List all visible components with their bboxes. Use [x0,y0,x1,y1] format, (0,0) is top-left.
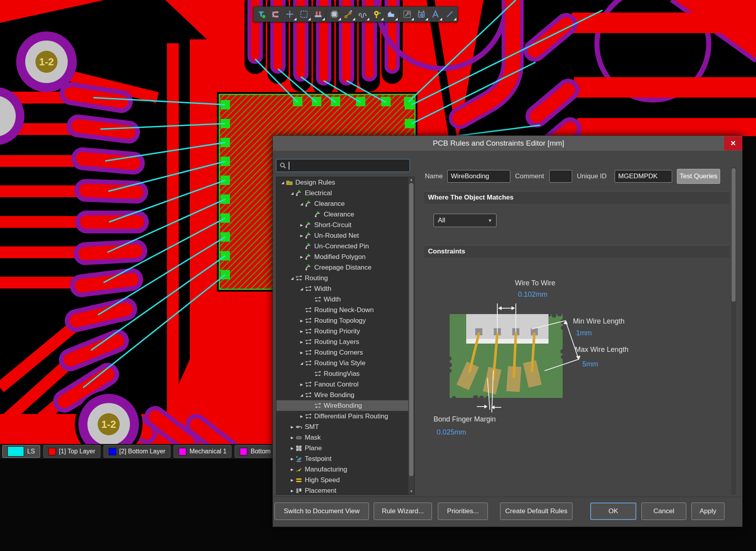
tree-item-modified-polygon[interactable]: ▶Modified Polygon [276,251,414,262]
ok-button[interactable]: OK [590,503,636,520]
layer-tab-bar: LS[1] Top Layer[2] Bottom LayerMechanica… [0,444,278,459]
expand-arrow-icon[interactable]: ▶ [298,223,305,227]
name-label: Name [425,172,443,180]
scroll-down-icon[interactable]: ▼ [408,489,414,494]
area-select-tool-button[interactable] [297,7,311,21]
expand-arrow-icon[interactable]: ▶ [298,255,305,259]
priorities-button[interactable]: Priorities... [438,503,488,520]
expand-arrow-icon[interactable]: ▶ [289,446,295,450]
dialog-titlebar[interactable]: PCB Rules and Constraints Editor [mm] × [273,136,742,151]
expand-arrow-icon[interactable]: ▶ [298,383,305,386]
collapse-arrow-icon[interactable]: ◢ [298,361,305,365]
collapse-arrow-icon[interactable]: ◢ [280,181,286,185]
tree-item-un-connected-pin[interactable]: Un-Connected Pin [276,241,414,251]
expand-arrow-icon[interactable]: ▶ [298,351,305,355]
line-tool-button[interactable] [443,7,457,21]
tree-item-routing-priority[interactable]: ▶Routing Priority [276,326,414,337]
tree-item-electrical[interactable]: ◢Electrical [276,188,414,198]
tree-item-routing-via-style[interactable]: ◢Routing Via Style [276,358,414,368]
collapse-arrow-icon[interactable]: ◢ [298,393,305,397]
tree-item-clearance[interactable]: ◢Clearance [276,198,414,209]
test-queries-button[interactable]: Test Queries [677,169,720,184]
tree-item-testpoint[interactable]: ▶Testpoint [276,453,414,464]
tree-item-label: Un-Routed Net [314,232,359,240]
tree-item-routing-corners[interactable]: ▶Routing Corners [276,347,414,358]
expand-arrow-icon[interactable]: ▶ [289,468,295,471]
tree-item-routing-layers[interactable]: ▶Routing Layers [276,337,414,347]
tree-item-width[interactable]: ◢Width [276,283,414,294]
collapse-arrow-icon[interactable]: ◢ [298,202,305,206]
scroll-up-icon[interactable]: ▲ [408,177,414,183]
expand-arrow-icon[interactable]: ▶ [289,489,295,493]
routing-icon [314,402,322,409]
layer-tab-1-top-layer[interactable]: [1] Top Layer [43,445,100,458]
meander-tune-tool-button[interactable] [356,7,370,21]
tree-item-manufacturing[interactable]: ▶Manufacturing [276,464,414,475]
measure-tool-button[interactable] [414,7,428,21]
create-default-rules-button[interactable]: Create Default Rules [500,503,573,520]
layer-tab-ls[interactable]: LS [2,445,40,458]
comment-input[interactable] [549,170,572,183]
expand-arrow-icon[interactable]: ▶ [298,329,305,333]
tree-item-high-speed[interactable]: ▶High Speed [276,475,414,485]
cancel-button[interactable]: Cancel [641,503,686,520]
crosshair-tool-button[interactable] [283,7,297,21]
tree-item-placement[interactable]: ▶Placement [276,485,414,495]
tree-item-un-routed-net[interactable]: ▶Un-Routed Net [276,230,414,241]
unique-id-input[interactable] [615,170,672,183]
expand-arrow-icon[interactable]: ▶ [298,319,305,323]
wrench-tool-button[interactable] [400,7,414,21]
tree-item-short-circuit[interactable]: ▶Short-Circuit [276,220,414,230]
component-tool-button[interactable] [327,7,341,21]
tree-item-routing[interactable]: ◢Routing [276,273,414,283]
routing-icon [305,349,313,356]
manufacturing-icon [295,466,303,473]
tree-item-width[interactable]: Width [276,294,414,305]
apply-button[interactable]: Apply [691,503,724,520]
tree-item-smt[interactable]: ▶SMT [276,422,414,432]
tree-item-routingvias[interactable]: RoutingVias [276,368,414,379]
pad-stack-tool-button[interactable] [311,7,325,21]
expand-arrow-icon[interactable]: ▶ [289,478,295,482]
polygon-pour-tool-button[interactable] [384,7,398,21]
snap-magnet-tool-button[interactable] [269,7,283,21]
electrical-icon [305,200,313,207]
layer-tab-mechanical-1[interactable]: Mechanical 1 [174,445,232,458]
tree-item-routing-topology[interactable]: ▶Routing Topology [276,315,414,326]
interactive-route-tool-button[interactable] [341,7,356,21]
name-input[interactable] [447,170,510,183]
expand-arrow-icon[interactable]: ▶ [289,425,295,429]
tree-item-clearance[interactable]: Clearance [276,209,414,220]
switch-document-view-button[interactable]: Switch to Document View [274,503,369,520]
layer-tab-2-bottom-layer[interactable]: [2] Bottom Layer [104,445,170,458]
rule-wizard-button[interactable]: Rule Wizard... [374,503,432,520]
expand-arrow-icon[interactable]: ▶ [298,414,305,418]
rule-search-box [276,159,410,172]
tree-scrollbar[interactable]: ▲ ▼ [408,177,414,494]
constraints-scrollbar[interactable] [731,167,736,495]
tree-item-plane[interactable]: ▶Plane [276,443,414,453]
tree-item-wirebonding[interactable]: WireBonding [276,400,414,411]
tree-item-differential-pairs-routing[interactable]: ▶Differential Pairs Routing [276,411,414,422]
close-button[interactable]: × [724,136,742,150]
collapse-arrow-icon[interactable]: ◢ [298,287,305,291]
search-input[interactable] [289,159,410,172]
text-string-tool-button[interactable] [428,7,443,21]
scope-dropdown[interactable]: All ▼ [434,214,497,227]
tree-item-fanout-control[interactable]: ▶Fanout Control [276,379,414,390]
collapse-arrow-icon[interactable]: ◢ [289,276,295,280]
tree-item-mask[interactable]: ▶Mask [276,432,414,443]
expand-arrow-icon[interactable]: ▶ [298,340,305,344]
tree-item-routing-neck-down[interactable]: Routing Neck-Down [276,305,414,315]
dropdown-triangle-icon [338,18,341,20]
expand-arrow-icon[interactable]: ▶ [289,436,295,440]
via-tool-button[interactable] [370,7,384,21]
expand-arrow-icon[interactable]: ▶ [289,457,295,461]
tree-item-design-rules[interactable]: ◢Design Rules [276,177,414,188]
filter-select-tool-button[interactable] [254,7,269,21]
collapse-arrow-icon[interactable]: ◢ [289,191,295,195]
expand-arrow-icon[interactable]: ▶ [298,234,305,238]
tree-item-creepage-distance[interactable]: Creepage Distance [276,262,414,273]
tree-item-wire-bonding[interactable]: ◢Wire Bonding [276,390,414,400]
layer-tab-bottom-die-pa[interactable]: Bottom Die Pa [235,445,278,458]
